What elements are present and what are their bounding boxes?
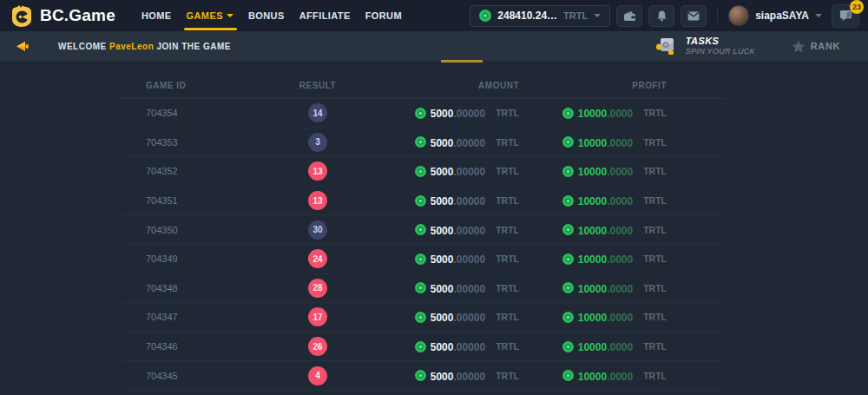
result-badge: 28 [308,279,327,298]
amount-cell: 5000.00000 TRTL [415,105,519,121]
amount-value: 5000.00000 [431,339,485,354]
header-game-id: GAME ID [146,81,186,90]
trtl-coin-icon [562,108,574,119]
profit-currency: TRTL [643,137,667,148]
table-row[interactable]: 704353 3 5000.00000 TRTL 10000.0000 TRTL [122,128,725,158]
amount-currency: TRTL [496,225,519,235]
result-cell: 17 [308,307,327,326]
table-row[interactable]: 704352 13 5000.00000 TRTL 10000.0000 TRT… [122,157,725,187]
nav-item-home[interactable]: HOME [141,0,172,31]
trtl-coin-icon [562,195,574,207]
game-id-cell: 704348 [146,283,250,293]
amount-value: 5000.00000 [431,368,485,384]
main-nav: HOME GAMES BONUS AFFILIATE FORUM [141,0,402,31]
result-badge: 13 [308,191,327,210]
game-id-cell: 704354 [146,108,250,118]
brand[interactable]: BC.Game [10,4,115,28]
header-result: RESULT [299,81,336,90]
table-row[interactable]: 704348 28 5000.00000 TRTL 10000.0000 TRT… [122,274,725,304]
amount-currency: TRTL [496,108,519,118]
profit-cell: 10000.0000 TRTL [562,105,667,121]
amount-cell: 5000.00000 TRTL [415,251,519,267]
profit-cell: 10000.0000 TRTL [562,251,667,267]
rank-widget[interactable]: RANK [792,40,840,53]
nav-item-games[interactable]: GAMES [187,0,233,31]
bell-icon [656,10,667,22]
trtl-coin-icon [415,166,426,177]
trtl-coin-icon [415,370,426,381]
chat-unread-badge: 23 [850,0,864,14]
star-icon [792,40,806,53]
tasks-subtitle: SPIN YOUR LUCK [686,47,755,56]
profit-value: 10000.0000 [578,105,633,121]
profit-currency: TRTL [643,195,667,206]
table-row[interactable]: 704354 14 5000.00000 TRTL 10000.0000 TRT… [122,99,725,128]
nav-item-forum[interactable]: FORUM [365,0,402,31]
nav-item-games-label: GAMES [187,10,223,21]
trtl-coin-icon [479,10,491,22]
brand-title: BC.Game [40,6,115,25]
balance-value: 248410.24… [497,10,557,22]
amount-currency: TRTL [496,283,519,293]
profit-currency: TRTL [643,225,667,235]
profit-cell: 10000.0000 TRTL [562,135,667,150]
amount-currency: TRTL [496,253,519,264]
trtl-coin-icon [415,341,426,352]
profit-currency: TRTL [643,371,667,381]
balance-currency: TRTL [563,10,588,21]
game-id-cell: 704351 [146,195,250,206]
amount-cell: 5000.00000 TRTL [415,135,519,150]
trtl-coin-icon [415,282,426,293]
amount-cell: 5000.00000 TRTL [415,280,519,296]
chat-button[interactable]: 23 [832,4,859,28]
result-cell: 14 [308,103,327,122]
profit-currency: TRTL [643,253,667,264]
chat-icon [839,10,852,22]
avatar [728,5,749,26]
profit-currency: TRTL [643,166,667,176]
messages-button[interactable] [681,5,707,27]
main-content: GAME ID RESULT AMOUNT PROFIT 704354 14 5… [0,61,868,395]
table-row[interactable]: 704346 26 5000.00000 TRTL 10000.0000 TRT… [122,332,725,362]
welcome-prefix: WELCOME [58,42,107,51]
trtl-coin-icon [562,282,574,293]
header-profit: PROFIT [632,81,667,90]
profit-currency: TRTL [643,312,667,322]
amount-value: 5000.00000 [431,105,485,121]
result-badge: 4 [308,366,327,385]
table-row[interactable]: 704349 24 5000.00000 TRTL 10000.0000 TRT… [122,245,725,274]
table-row[interactable]: 704347 17 5000.00000 TRTL 10000.0000 TRT… [122,303,725,332]
profit-value: 10000.0000 [578,163,633,179]
profit-currency: TRTL [643,108,667,118]
profit-currency: TRTL [643,283,667,293]
navbar-divider [717,8,718,23]
user-menu[interactable]: siapaSAYA [728,5,822,26]
table-row[interactable]: 704351 13 5000.00000 TRTL 10000.0000 TRT… [122,187,725,216]
amount-currency: TRTL [496,137,519,148]
table-row[interactable]: 704350 30 5000.00000 TRTL 10000.0000 TRT… [122,215,725,245]
amount-cell: 5000.00000 TRTL [415,193,519,208]
amount-currency: TRTL [496,166,519,176]
result-cell: 28 [308,279,327,298]
active-tab-indicator [441,60,483,63]
tasks-widget[interactable]: TASKS SPIN YOUR LUCK [655,36,755,57]
game-id-cell: 704350 [146,225,250,235]
trtl-coin-icon [415,224,426,235]
header-amount: AMOUNT [478,81,519,90]
rank-label: RANK [811,41,840,51]
table-row[interactable]: 704345 4 5000.00000 TRTL 10000.0000 TRTL [122,361,725,391]
game-id-cell: 704352 [146,166,250,176]
nav-item-bonus[interactable]: BONUS [248,0,285,31]
wallet-button[interactable] [616,5,642,27]
result-badge: 14 [308,103,327,122]
amount-currency: TRTL [496,371,519,381]
nav-item-affiliate[interactable]: AFFILIATE [299,0,351,31]
game-id-cell: 704345 [146,371,250,381]
result-badge: 17 [308,307,327,326]
result-badge: 30 [308,221,327,240]
announcement-bar: WELCOME PaveLeon JOIN THE GAME TASKS SPI… [0,31,868,61]
welcome-message: WELCOME PaveLeon JOIN THE GAME [58,42,231,51]
notifications-button[interactable] [648,5,674,27]
balance-dropdown[interactable]: 248410.24… TRTL [470,5,610,27]
chevron-down-icon [227,14,233,17]
